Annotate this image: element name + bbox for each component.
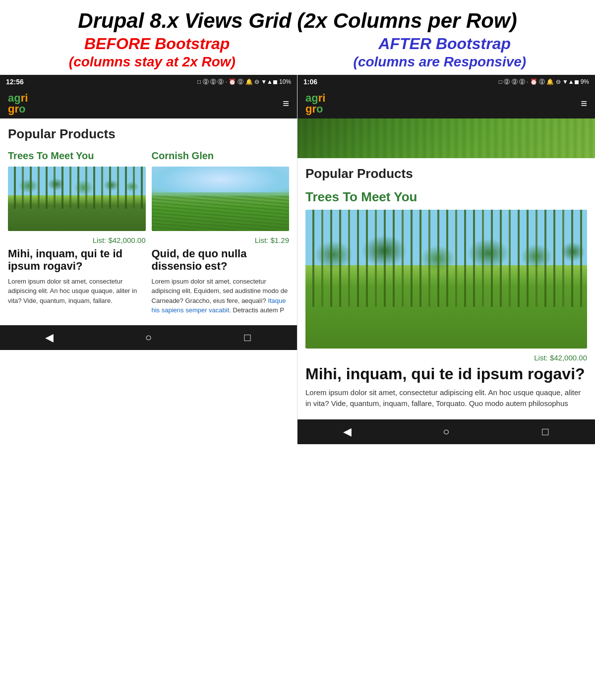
after-sub: (columns are Responsive) (354, 54, 527, 70)
right-hero-image (298, 118, 595, 158)
left-notification-icons: □ ⓖ ⓖ ⓖ · (197, 78, 227, 86)
right-products-single: Trees To Meet You List: $42,000.00 Mihi,… (305, 189, 587, 409)
left-back-button[interactable]: ◀ (40, 328, 60, 348)
left-status-bar: 12:56 □ ⓖ ⓖ ⓖ · ⏰ ⓖ 🔔 ⊖ ▼▲◼ 10% (0, 75, 297, 89)
left-product-1-body-title: Mihi, inquam, qui te id ipsum rogavi? (8, 247, 146, 273)
right-app-bar: agri gro ≡ (298, 89, 595, 118)
right-product-1-body-title: Mihi, inquam, qui te id ipsum rogavi? (305, 365, 587, 383)
left-product-1-body-text: Lorem ipsum dolor sit amet, consectetur … (8, 277, 146, 306)
right-status-icons: □ ⓖ ⓖ ⓖ · ⏰ ⓖ 🔔 ⊖ ▼▲◼ 9% (499, 78, 589, 86)
logo-o-left: o (19, 103, 25, 115)
right-product-1-price: List: $42,000.00 (305, 353, 587, 362)
left-product-1: Trees To Meet You List: $42,000.00 Mihi,… (8, 150, 146, 315)
right-section-title: Popular Products (305, 166, 587, 181)
after-label: AFTER Bootstrap (378, 35, 511, 53)
right-home-button[interactable]: ○ (436, 422, 456, 442)
left-battery: 10% (279, 78, 291, 85)
right-product-1: Trees To Meet You List: $42,000.00 Mihi,… (305, 189, 587, 409)
left-system-icons: ⏰ ⓖ 🔔 ⊖ ▼▲◼ (229, 78, 278, 86)
right-notification-icons: □ ⓖ ⓖ ⓖ · (499, 78, 529, 86)
before-label: BEFORE Bootstrap (84, 35, 230, 53)
left-product-2-image (152, 167, 290, 231)
left-panel: 12:56 □ ⓖ ⓖ ⓖ · ⏰ ⓖ 🔔 ⊖ ▼▲◼ 10% agri gro… (0, 75, 298, 444)
left-recent-button[interactable]: □ (238, 328, 257, 348)
panels-container: 12:56 □ ⓖ ⓖ ⓖ · ⏰ ⓖ 🔔 ⊖ ▼▲◼ 10% agri gro… (0, 75, 595, 444)
left-product-1-title: Trees To Meet You (8, 150, 146, 162)
right-hamburger-button[interactable]: ≡ (581, 98, 587, 109)
right-product-1-image (305, 210, 587, 349)
right-status-bar: 1:06 □ ⓖ ⓖ ⓖ · ⏰ ⓖ 🔔 ⊖ ▼▲◼ 9% (298, 75, 595, 89)
before-sub: (columns stay at 2x Row) (69, 54, 236, 70)
page-header: Drupal 8.x Views Grid (2x Columns per Ro… (0, 0, 595, 75)
left-products-grid: Trees To Meet You List: $42,000.00 Mihi,… (8, 150, 289, 315)
left-hamburger-button[interactable]: ≡ (283, 98, 289, 109)
right-logo: agri gro (305, 93, 325, 115)
right-system-icons: ⏰ ⓖ 🔔 ⊖ ▼▲◼ (530, 78, 579, 86)
left-status-icons: □ ⓖ ⓖ ⓖ · ⏰ ⓖ 🔔 ⊖ ▼▲◼ 10% (197, 78, 291, 86)
right-recent-button[interactable]: □ (536, 422, 555, 442)
right-status-time: 1:06 (303, 78, 317, 86)
left-bottom-nav: ◀ ○ □ (0, 325, 297, 350)
right-battery: 9% (581, 78, 589, 85)
right-product-1-body-text: Lorem ipsum dolor sit amet, consectetur … (305, 387, 587, 409)
right-product-1-title: Trees To Meet You (305, 189, 587, 205)
left-logo: agri gro (8, 93, 28, 115)
left-section-title: Popular Products (8, 126, 289, 142)
left-product-2: Cornish Glen List: $1.29 Quid, de quo nu… (152, 150, 290, 315)
logo-gr-right: gr (305, 103, 316, 115)
right-panel: 1:06 □ ⓖ ⓖ ⓖ · ⏰ ⓖ 🔔 ⊖ ▼▲◼ 9% agri gro ≡… (298, 75, 595, 444)
page-title: Drupal 8.x Views Grid (2x Columns per Ro… (10, 9, 585, 33)
logo-o-right: o (316, 103, 323, 115)
right-back-button[interactable]: ◀ (337, 422, 357, 442)
left-product-2-body-text: Lorem ipsum dolor sit amet, consectetur … (152, 277, 290, 315)
left-product-1-price: List: $42,000.00 (8, 236, 146, 244)
left-product-2-title: Cornish Glen (152, 150, 290, 162)
left-app-bar: agri gro ≡ (0, 89, 297, 118)
right-bottom-nav: ◀ ○ □ (298, 419, 595, 444)
left-product-2-price: List: $1.29 (152, 236, 290, 244)
left-product-1-image (8, 167, 146, 231)
left-status-time: 12:56 (6, 78, 24, 86)
left-product-2-body-title: Quid, de quo nulla dissensio est? (152, 247, 290, 273)
left-home-button[interactable]: ○ (138, 328, 158, 348)
left-content: Popular Products Trees To Meet You List:… (0, 118, 297, 315)
logo-gr-left: gr (8, 103, 19, 115)
right-content: Popular Products Trees To Meet You List:… (298, 158, 595, 409)
